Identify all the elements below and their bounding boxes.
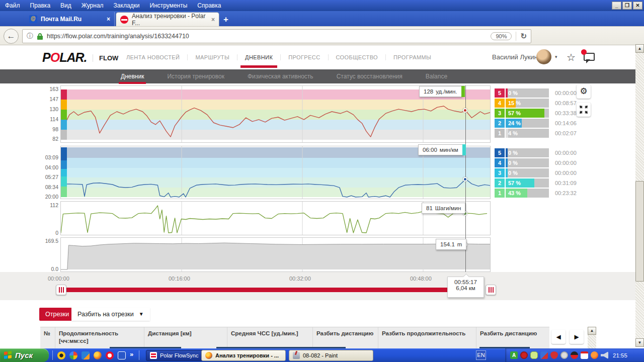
nav-progress[interactable]: ПРОГРЕСС: [281, 54, 328, 60]
nav-diary[interactable]: ДНЕВНИК: [237, 54, 281, 60]
menu-view[interactable]: Вид: [60, 2, 71, 9]
subnav-recovery-status[interactable]: Статус восстановления: [337, 73, 403, 80]
restore-button[interactable]: ❐: [622, 2, 632, 10]
zone-badge: 2: [495, 119, 505, 128]
zone-pct: 24 %: [508, 119, 521, 128]
taskbar-button-analysis[interactable]: Анализ тренировки - ...: [201, 350, 286, 361]
scroll-up-icon[interactable]: ▲: [635, 44, 644, 53]
col-number[interactable]: №: [40, 327, 55, 348]
zone-time: 00:14:06: [555, 119, 590, 128]
quicklaunch-player-icon[interactable]: [57, 351, 65, 359]
tray-orange-ball-icon[interactable]: [591, 351, 598, 359]
menu-file[interactable]: Файл: [5, 2, 20, 9]
tray-red-shield-icon[interactable]: [550, 351, 558, 359]
tray-red-bug-icon[interactable]: [520, 351, 528, 359]
minimize-button[interactable]: _: [612, 2, 621, 10]
flow-label: FLOW: [93, 54, 118, 62]
desktop-screen: Файл Правка Вид Журнал Закладки Инструме…: [0, 0, 644, 362]
fullscreen-expand-icon[interactable]: [577, 103, 591, 117]
avatar[interactable]: [536, 49, 551, 64]
language-indicator[interactable]: EN: [476, 350, 486, 360]
quicklaunch-opera-icon[interactable]: [106, 351, 114, 359]
task-label: 08-082 - Paint: [303, 352, 338, 358]
subnav-training-history[interactable]: История тренировок: [167, 73, 224, 80]
scrollbar-thumb[interactable]: [635, 181, 644, 282]
table-scroll-up-icon[interactable]: ▲: [588, 327, 596, 335]
subnav-activity[interactable]: Физическая активность: [248, 73, 313, 80]
zone-pct: 0 %: [508, 88, 518, 98]
page-info-icon[interactable]: ⓘ: [27, 32, 33, 41]
page-next-button[interactable]: ▶: [570, 330, 584, 344]
col-split-distance-2[interactable]: Разбить дистанцию: [476, 327, 549, 348]
zone-pct: 43 %: [508, 189, 521, 198]
subnav-diary[interactable]: Дневник: [121, 73, 144, 80]
range-slider-bar[interactable]: [65, 288, 482, 292]
menu-edit[interactable]: Правка: [30, 2, 51, 9]
zoom-level-badge[interactable]: 90%: [491, 32, 512, 40]
menu-bookmarks[interactable]: Закладки: [114, 2, 140, 9]
settings-gear-icon[interactable]: ⚙: [577, 84, 591, 99]
col-avg-hr[interactable]: Средняя ЧСС [уд./мин.]: [227, 327, 313, 348]
tab-mailru[interactable]: Почта Mail.Ru ×: [25, 12, 115, 26]
scroll-down-icon[interactable]: ▼: [635, 338, 644, 347]
quicklaunch-overflow-chevron[interactable]: »: [130, 350, 133, 358]
tray-sync-check-icon[interactable]: [581, 351, 588, 359]
zone-pct: 15 %: [508, 99, 521, 108]
altitude-chart[interactable]: [60, 237, 491, 272]
pace-cursor-value: 06:00: [423, 147, 437, 153]
menu-tools[interactable]: Инструменты: [150, 2, 188, 9]
polar-logo[interactable]: POLAR.: [42, 50, 87, 65]
tab-close-icon[interactable]: ×: [107, 16, 110, 23]
nav-community[interactable]: СООБЩЕСТВО: [329, 54, 386, 60]
quicklaunch-chrome-icon[interactable]: [69, 351, 77, 359]
start-button[interactable]: Пуск: [0, 348, 49, 362]
quicklaunch-save-icon[interactable]: [118, 351, 126, 359]
reload-icon[interactable]: ↻: [520, 32, 527, 41]
nav-programs[interactable]: ПРОГРАММЫ: [386, 54, 439, 60]
quicklaunch-firefox-icon[interactable]: [94, 351, 102, 359]
quicklaunch-app-icon[interactable]: [82, 351, 90, 359]
zone-pct: 0 %: [508, 148, 518, 157]
chevron-down-icon[interactable]: ▾: [555, 54, 557, 59]
diary-subnav: Дневник История тренировок Физическая ак…: [0, 69, 635, 83]
tray-camera-icon[interactable]: [560, 351, 568, 359]
tray-network-error-icon[interactable]: [540, 351, 548, 359]
tray-green-a-icon[interactable]: A: [510, 351, 518, 359]
cadence-cursor-unit: Шаги/мин: [435, 205, 461, 211]
taskbar-button-paint[interactable]: 08-082 - Paint: [289, 350, 373, 361]
segments-button[interactable]: Отрезки: [39, 308, 75, 321]
tab-polar-analysis[interactable]: Анализ тренировки - Polar F... ×: [116, 12, 219, 26]
zone-strip: [61, 100, 67, 110]
url-bar[interactable]: ⓘ https://flow.polar.com/training/analys…: [22, 29, 531, 43]
menu-history[interactable]: Журнал: [82, 2, 104, 9]
pace-tick: 05:27: [38, 174, 58, 180]
tab-close-icon[interactable]: ×: [211, 16, 215, 23]
nav-feed[interactable]: ЛЕНТА НОВОСТЕЙ: [119, 54, 188, 60]
time-axis-area: [0, 272, 635, 300]
subnav-balance[interactable]: Balance: [426, 73, 447, 80]
col-duration[interactable]: Продолжительность [чч:мм:сс]: [55, 327, 144, 348]
taskbar-clock: 21:55: [613, 352, 627, 358]
favorite-star-icon[interactable]: ☆: [567, 51, 576, 63]
https-lock-icon[interactable]: [37, 33, 43, 40]
altitude-tick: 169.5: [38, 238, 58, 244]
tray-black-red-ball-icon[interactable]: [571, 351, 578, 359]
altitude-cursor-unit: m: [457, 241, 462, 247]
slider-handle-right[interactable]: [486, 285, 496, 295]
user-name[interactable]: Василий Лукин: [492, 53, 538, 61]
url-text[interactable]: https://flow.polar.com/training/analysis…: [47, 33, 189, 40]
new-tab-button[interactable]: +: [223, 15, 228, 25]
split-segments-dropdown[interactable]: Разбить на отрезки ▼: [71, 308, 150, 321]
back-button[interactable]: ←: [4, 29, 19, 44]
close-button[interactable]: ✕: [633, 2, 642, 10]
slider-handle-left[interactable]: [56, 285, 66, 295]
menu-help[interactable]: Справка: [197, 2, 221, 9]
tray-lime-leaf-icon[interactable]: [530, 351, 538, 359]
col-split-distance[interactable]: Разбить дистанцию: [313, 327, 378, 348]
page-prev-button[interactable]: ◀: [551, 330, 566, 344]
nav-routes[interactable]: МАРШРУТЫ: [188, 54, 237, 60]
col-distance[interactable]: Дистанция [км]: [144, 327, 227, 348]
tray-volume-icon[interactable]: [601, 351, 608, 359]
hr-cursor-tooltip: 128 уд./мин.: [419, 86, 462, 97]
col-split-duration[interactable]: Разбить продолжительность: [378, 327, 476, 348]
